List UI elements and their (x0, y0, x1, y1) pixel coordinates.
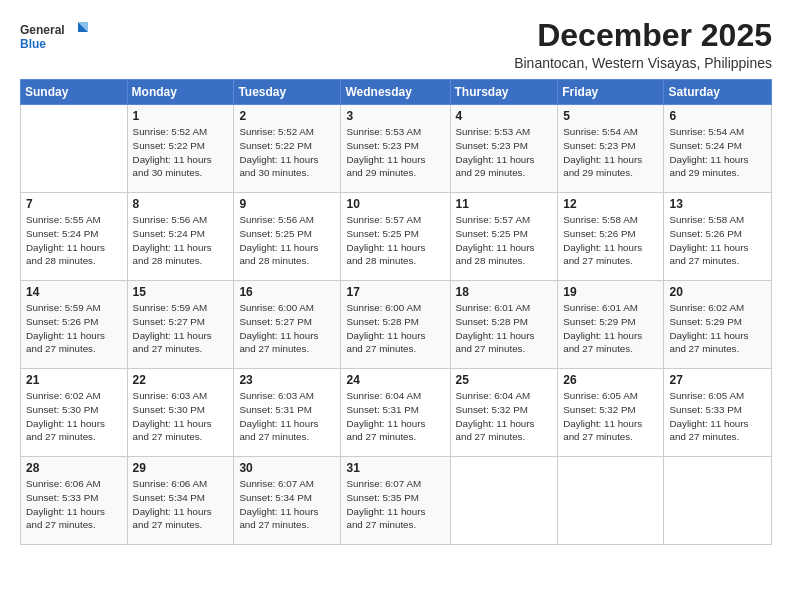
table-cell: 20Sunrise: 6:02 AM Sunset: 5:29 PM Dayli… (664, 281, 772, 369)
day-number: 19 (563, 285, 658, 299)
table-cell: 3Sunrise: 5:53 AM Sunset: 5:23 PM Daylig… (341, 105, 450, 193)
day-info: Sunrise: 6:07 AM Sunset: 5:35 PM Dayligh… (346, 477, 444, 532)
day-number: 8 (133, 197, 229, 211)
day-number: 21 (26, 373, 122, 387)
day-info: Sunrise: 6:05 AM Sunset: 5:33 PM Dayligh… (669, 389, 766, 444)
week-row-2: 7Sunrise: 5:55 AM Sunset: 5:24 PM Daylig… (21, 193, 772, 281)
day-info: Sunrise: 5:58 AM Sunset: 5:26 PM Dayligh… (669, 213, 766, 268)
day-number: 1 (133, 109, 229, 123)
day-info: Sunrise: 6:00 AM Sunset: 5:27 PM Dayligh… (239, 301, 335, 356)
day-info: Sunrise: 6:07 AM Sunset: 5:34 PM Dayligh… (239, 477, 335, 532)
day-number: 11 (456, 197, 553, 211)
day-info: Sunrise: 5:54 AM Sunset: 5:23 PM Dayligh… (563, 125, 658, 180)
day-number: 3 (346, 109, 444, 123)
svg-text:Blue: Blue (20, 37, 46, 51)
header-tuesday: Tuesday (234, 80, 341, 105)
day-number: 25 (456, 373, 553, 387)
day-number: 17 (346, 285, 444, 299)
table-cell: 26Sunrise: 6:05 AM Sunset: 5:32 PM Dayli… (558, 369, 664, 457)
logo: General Blue (20, 18, 90, 58)
day-info: Sunrise: 5:56 AM Sunset: 5:25 PM Dayligh… (239, 213, 335, 268)
table-cell: 13Sunrise: 5:58 AM Sunset: 5:26 PM Dayli… (664, 193, 772, 281)
day-number: 20 (669, 285, 766, 299)
day-info: Sunrise: 5:57 AM Sunset: 5:25 PM Dayligh… (456, 213, 553, 268)
day-number: 27 (669, 373, 766, 387)
table-cell: 31Sunrise: 6:07 AM Sunset: 5:35 PM Dayli… (341, 457, 450, 545)
table-cell: 16Sunrise: 6:00 AM Sunset: 5:27 PM Dayli… (234, 281, 341, 369)
day-number: 26 (563, 373, 658, 387)
table-cell: 28Sunrise: 6:06 AM Sunset: 5:33 PM Dayli… (21, 457, 128, 545)
table-cell: 1Sunrise: 5:52 AM Sunset: 5:22 PM Daylig… (127, 105, 234, 193)
week-row-3: 14Sunrise: 5:59 AM Sunset: 5:26 PM Dayli… (21, 281, 772, 369)
week-row-1: 1Sunrise: 5:52 AM Sunset: 5:22 PM Daylig… (21, 105, 772, 193)
table-cell: 17Sunrise: 6:00 AM Sunset: 5:28 PM Dayli… (341, 281, 450, 369)
header-wednesday: Wednesday (341, 80, 450, 105)
table-cell: 4Sunrise: 5:53 AM Sunset: 5:23 PM Daylig… (450, 105, 558, 193)
header-area: General Blue December 2025 Binantocan, W… (20, 18, 772, 71)
table-cell: 6Sunrise: 5:54 AM Sunset: 5:24 PM Daylig… (664, 105, 772, 193)
table-cell: 7Sunrise: 5:55 AM Sunset: 5:24 PM Daylig… (21, 193, 128, 281)
day-info: Sunrise: 6:05 AM Sunset: 5:32 PM Dayligh… (563, 389, 658, 444)
header-thursday: Thursday (450, 80, 558, 105)
table-cell: 23Sunrise: 6:03 AM Sunset: 5:31 PM Dayli… (234, 369, 341, 457)
table-cell: 22Sunrise: 6:03 AM Sunset: 5:30 PM Dayli… (127, 369, 234, 457)
day-number: 15 (133, 285, 229, 299)
header-saturday: Saturday (664, 80, 772, 105)
day-info: Sunrise: 5:59 AM Sunset: 5:26 PM Dayligh… (26, 301, 122, 356)
header-monday: Monday (127, 80, 234, 105)
table-cell (450, 457, 558, 545)
day-info: Sunrise: 5:53 AM Sunset: 5:23 PM Dayligh… (346, 125, 444, 180)
day-info: Sunrise: 5:58 AM Sunset: 5:26 PM Dayligh… (563, 213, 658, 268)
day-number: 5 (563, 109, 658, 123)
table-cell: 11Sunrise: 5:57 AM Sunset: 5:25 PM Dayli… (450, 193, 558, 281)
svg-text:General: General (20, 23, 65, 37)
day-number: 12 (563, 197, 658, 211)
day-number: 14 (26, 285, 122, 299)
day-info: Sunrise: 6:06 AM Sunset: 5:33 PM Dayligh… (26, 477, 122, 532)
day-number: 18 (456, 285, 553, 299)
table-cell: 2Sunrise: 5:52 AM Sunset: 5:22 PM Daylig… (234, 105, 341, 193)
day-info: Sunrise: 6:01 AM Sunset: 5:29 PM Dayligh… (563, 301, 658, 356)
header-sunday: Sunday (21, 80, 128, 105)
day-info: Sunrise: 6:04 AM Sunset: 5:31 PM Dayligh… (346, 389, 444, 444)
day-info: Sunrise: 5:54 AM Sunset: 5:24 PM Dayligh… (669, 125, 766, 180)
day-info: Sunrise: 5:56 AM Sunset: 5:24 PM Dayligh… (133, 213, 229, 268)
calendar-table: Sunday Monday Tuesday Wednesday Thursday… (20, 79, 772, 545)
table-cell: 5Sunrise: 5:54 AM Sunset: 5:23 PM Daylig… (558, 105, 664, 193)
day-info: Sunrise: 6:06 AM Sunset: 5:34 PM Dayligh… (133, 477, 229, 532)
table-cell (664, 457, 772, 545)
day-number: 29 (133, 461, 229, 475)
day-number: 4 (456, 109, 553, 123)
day-info: Sunrise: 6:00 AM Sunset: 5:28 PM Dayligh… (346, 301, 444, 356)
day-info: Sunrise: 6:03 AM Sunset: 5:30 PM Dayligh… (133, 389, 229, 444)
day-info: Sunrise: 6:03 AM Sunset: 5:31 PM Dayligh… (239, 389, 335, 444)
table-cell: 8Sunrise: 5:56 AM Sunset: 5:24 PM Daylig… (127, 193, 234, 281)
day-number: 7 (26, 197, 122, 211)
day-info: Sunrise: 6:02 AM Sunset: 5:30 PM Dayligh… (26, 389, 122, 444)
day-info: Sunrise: 6:02 AM Sunset: 5:29 PM Dayligh… (669, 301, 766, 356)
title-area: December 2025 Binantocan, Western Visaya… (514, 18, 772, 71)
table-cell: 29Sunrise: 6:06 AM Sunset: 5:34 PM Dayli… (127, 457, 234, 545)
day-number: 6 (669, 109, 766, 123)
day-info: Sunrise: 5:53 AM Sunset: 5:23 PM Dayligh… (456, 125, 553, 180)
table-cell: 21Sunrise: 6:02 AM Sunset: 5:30 PM Dayli… (21, 369, 128, 457)
day-number: 16 (239, 285, 335, 299)
week-row-5: 28Sunrise: 6:06 AM Sunset: 5:33 PM Dayli… (21, 457, 772, 545)
day-number: 10 (346, 197, 444, 211)
location-title: Binantocan, Western Visayas, Philippines (514, 55, 772, 71)
logo-svg: General Blue (20, 18, 90, 58)
page: General Blue December 2025 Binantocan, W… (0, 0, 792, 612)
day-info: Sunrise: 6:04 AM Sunset: 5:32 PM Dayligh… (456, 389, 553, 444)
day-number: 24 (346, 373, 444, 387)
table-cell: 24Sunrise: 6:04 AM Sunset: 5:31 PM Dayli… (341, 369, 450, 457)
table-cell: 15Sunrise: 5:59 AM Sunset: 5:27 PM Dayli… (127, 281, 234, 369)
day-info: Sunrise: 5:59 AM Sunset: 5:27 PM Dayligh… (133, 301, 229, 356)
day-info: Sunrise: 5:52 AM Sunset: 5:22 PM Dayligh… (239, 125, 335, 180)
day-info: Sunrise: 5:57 AM Sunset: 5:25 PM Dayligh… (346, 213, 444, 268)
table-cell: 18Sunrise: 6:01 AM Sunset: 5:28 PM Dayli… (450, 281, 558, 369)
table-cell: 27Sunrise: 6:05 AM Sunset: 5:33 PM Dayli… (664, 369, 772, 457)
weekday-header-row: Sunday Monday Tuesday Wednesday Thursday… (21, 80, 772, 105)
header-friday: Friday (558, 80, 664, 105)
month-title: December 2025 (514, 18, 772, 53)
day-number: 28 (26, 461, 122, 475)
